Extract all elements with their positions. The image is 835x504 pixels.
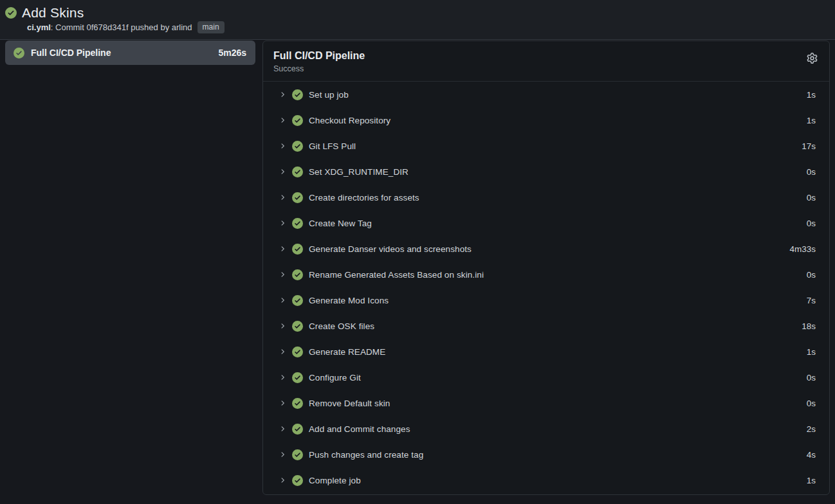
check-circle-icon — [292, 166, 303, 177]
step-name: Git LFS Pull — [309, 141, 802, 151]
step-duration: 1s — [807, 90, 816, 100]
check-circle-icon — [292, 89, 303, 100]
commit-text: : Commit 0f678d341f pushed by arlind — [51, 22, 192, 32]
step-row[interactable]: Generate Mod Icons 7s — [263, 287, 829, 313]
step-row[interactable]: Create New Tag 0s — [263, 210, 829, 236]
step-row[interactable]: Checkout Repository 1s — [263, 107, 829, 133]
check-circle-icon — [292, 449, 303, 460]
step-duration: 0s — [807, 399, 816, 408]
step-name: Push changes and create tag — [309, 450, 807, 460]
step-row[interactable]: Push changes and create tag 4s — [263, 442, 829, 467]
chevron-right-icon[interactable] — [279, 476, 286, 484]
step-name: Rename Generated Assets Based on skin.in… — [309, 270, 807, 280]
step-name: Generate README — [309, 347, 807, 357]
run-subtitle: ci.yml: Commit 0f678d341f pushed by arli… — [27, 21, 829, 33]
workflow-file-name: ci.yml — [27, 22, 51, 32]
check-circle-icon — [292, 346, 303, 357]
chevron-right-icon[interactable] — [279, 116, 286, 124]
step-name: Create New Tag — [309, 219, 807, 228]
chevron-right-icon[interactable] — [279, 245, 286, 253]
step-name: Set XDG_RUNTIME_DIR — [309, 167, 807, 177]
step-duration: 0s — [807, 373, 816, 382]
check-circle-icon — [292, 141, 303, 152]
step-row[interactable]: Create OSK files 18s — [263, 313, 829, 339]
check-circle-icon — [292, 269, 303, 280]
check-circle-icon — [292, 218, 303, 229]
step-duration: 0s — [807, 219, 816, 228]
jobs-sidebar: Full CI/CD Pipeline 5m26s — [0, 40, 262, 65]
step-name: Create directories for assets — [309, 193, 807, 203]
check-circle-icon — [292, 295, 303, 306]
check-circle-icon — [292, 475, 303, 486]
step-row[interactable]: Git LFS Pull 17s — [263, 133, 829, 159]
step-name: Generate Mod Icons — [309, 296, 807, 305]
step-duration: 0s — [807, 167, 816, 177]
check-circle-icon — [292, 115, 303, 126]
step-row[interactable]: Complete job 1s — [263, 467, 829, 493]
step-row[interactable]: Configure Git 0s — [263, 364, 829, 390]
gear-icon[interactable] — [807, 49, 819, 64]
step-name: Create OSK files — [309, 321, 802, 331]
step-row[interactable]: Add and Commit changes 2s — [263, 416, 829, 442]
panel-job-title: Full CI/CD Pipeline — [273, 49, 365, 62]
check-circle-icon — [292, 372, 303, 383]
step-duration: 1s — [807, 476, 816, 485]
step-row[interactable]: Rename Generated Assets Based on skin.in… — [263, 262, 829, 287]
chevron-right-icon[interactable] — [279, 296, 286, 304]
job-name: Full CI/CD Pipeline — [31, 48, 218, 58]
check-circle-icon — [292, 398, 303, 409]
job-panel: Full CI/CD Pipeline Success Set up job 1… — [262, 40, 830, 495]
chevron-right-icon[interactable] — [279, 348, 286, 356]
job-duration: 5m26s — [218, 48, 246, 58]
check-circle-icon — [292, 244, 303, 255]
step-name: Generate Danser videos and screenshots — [309, 244, 789, 254]
step-duration: 17s — [802, 141, 816, 151]
chevron-right-icon[interactable] — [279, 194, 286, 201]
check-circle-icon — [292, 424, 303, 435]
check-circle-icon — [5, 7, 17, 19]
run-header: Add Skins ci.yml: Commit 0f678d341f push… — [0, 0, 835, 40]
chevron-right-icon[interactable] — [279, 451, 286, 458]
chevron-right-icon[interactable] — [279, 168, 286, 176]
step-name: Configure Git — [309, 373, 807, 382]
step-duration: 0s — [807, 193, 816, 203]
step-duration: 0s — [807, 270, 816, 280]
step-duration: 18s — [802, 321, 816, 331]
branch-badge[interactable]: main — [197, 21, 225, 33]
step-row[interactable]: Set XDG_RUNTIME_DIR 0s — [263, 159, 829, 184]
job-panel-header: Full CI/CD Pipeline Success — [263, 41, 829, 82]
step-duration: 4m33s — [789, 244, 816, 254]
step-duration: 7s — [807, 296, 816, 305]
step-duration: 1s — [807, 116, 816, 125]
chevron-right-icon[interactable] — [279, 219, 286, 227]
check-circle-icon — [292, 192, 303, 203]
step-row[interactable]: Generate Danser videos and screenshots 4… — [263, 236, 829, 262]
step-row[interactable]: Remove Default skin 0s — [263, 390, 829, 416]
step-name: Complete job — [309, 476, 807, 485]
check-circle-icon — [14, 48, 24, 59]
chevron-right-icon[interactable] — [279, 399, 286, 407]
step-name: Set up job — [309, 90, 807, 100]
step-duration: 4s — [807, 450, 816, 460]
run-title: Add Skins — [22, 5, 84, 21]
chevron-right-icon[interactable] — [279, 322, 286, 330]
step-row[interactable]: Create directories for assets 0s — [263, 184, 829, 210]
step-row[interactable]: Generate README 1s — [263, 339, 829, 364]
chevron-right-icon[interactable] — [279, 142, 286, 150]
chevron-right-icon[interactable] — [279, 425, 286, 433]
step-name: Add and Commit changes — [309, 424, 807, 434]
job-status-text: Success — [273, 64, 365, 74]
job-item-full-cicd-pipeline[interactable]: Full CI/CD Pipeline 5m26s — [5, 40, 255, 65]
step-duration: 2s — [807, 424, 816, 434]
chevron-right-icon[interactable] — [279, 91, 286, 98]
step-duration: 1s — [807, 347, 816, 357]
chevron-right-icon[interactable] — [279, 271, 286, 278]
step-row[interactable]: Set up job 1s — [263, 82, 829, 107]
chevron-right-icon[interactable] — [279, 374, 286, 381]
step-list: Set up job 1s Checkout Repository 1s — [263, 82, 829, 494]
step-name: Remove Default skin — [309, 399, 807, 408]
step-name: Checkout Repository — [309, 116, 807, 125]
check-circle-icon — [292, 321, 303, 332]
